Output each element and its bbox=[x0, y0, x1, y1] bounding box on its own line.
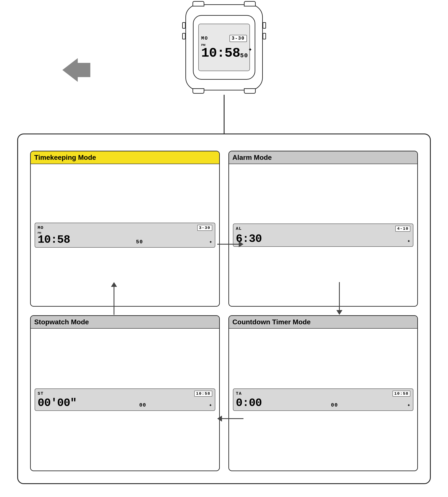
timekeeping-code: MO bbox=[38, 225, 44, 230]
countdown-mode-title: Countdown Timer Mode bbox=[229, 316, 417, 329]
watch-lug-bl bbox=[192, 88, 204, 94]
alarm-compass: ✦ bbox=[407, 239, 410, 243]
timekeeping-mode-title: Timekeeping Mode bbox=[31, 151, 219, 164]
stopwatch-mode-display: ST 10:58 00'00" 00 ✦ bbox=[31, 329, 219, 471]
arrow-countdown-to-stopwatch bbox=[217, 416, 243, 422]
countdown-seconds: 00 bbox=[331, 402, 338, 408]
countdown-compass: ✦ bbox=[407, 403, 410, 408]
arrow-stopwatch-to-timekeeping bbox=[111, 282, 117, 315]
watch-connector-line bbox=[224, 95, 224, 136]
input-arrow bbox=[62, 58, 90, 82]
arrow-timekeeping-to-alarm bbox=[217, 241, 243, 247]
watch-body: MO 3-30 PM 10:58 50 ✦ bbox=[185, 4, 263, 90]
watch-diagram: MO 3-30 PM 10:58 50 ✦ bbox=[179, 4, 269, 108]
watch-lug-br bbox=[244, 88, 256, 94]
watch-compass-icon: ✦ bbox=[248, 47, 252, 52]
alarm-code: AL bbox=[236, 226, 242, 231]
stopwatch-seconds: 00 bbox=[139, 402, 146, 408]
stopwatch-code: ST bbox=[38, 391, 44, 396]
timekeeping-mode-box: Timekeeping Mode MO 3-30 PM 10:58 50 ✦ bbox=[30, 151, 220, 307]
watch-screen: MO 3-30 PM 10:58 50 ✦ bbox=[198, 24, 250, 71]
watch-lug-tl bbox=[192, 1, 204, 6]
arrow-alarm-to-countdown bbox=[336, 282, 342, 315]
watch-seconds: 50 bbox=[240, 52, 248, 59]
stopwatch-time: 00'00" bbox=[38, 397, 77, 409]
alarm-mode-display: AL 4-10 6:30 ✦ bbox=[229, 164, 417, 306]
countdown-mode-display: TA 10:58 0:00 00 ✦ bbox=[229, 329, 417, 471]
timekeeping-date: 3-30 bbox=[197, 225, 212, 231]
watch-lug-tr bbox=[244, 1, 256, 6]
countdown-mode-box: Countdown Timer Mode TA 10:58 0:00 00 ✦ bbox=[228, 315, 418, 471]
countdown-screen: TA 10:58 0:00 00 ✦ bbox=[233, 389, 414, 411]
stopwatch-compass: ✦ bbox=[209, 403, 212, 408]
timekeeping-compass: ✦ bbox=[209, 240, 212, 244]
stopwatch-mode-box: Stopwatch Mode ST 10:58 00'00" 00 ✦ bbox=[30, 315, 220, 471]
watch-main-time: 10:58 bbox=[201, 47, 240, 60]
watch-mode-label: MO bbox=[201, 36, 208, 41]
stopwatch-date: 10:58 bbox=[194, 391, 212, 397]
watch-btn-right-2 bbox=[263, 33, 266, 39]
alarm-mode-title: Alarm Mode bbox=[229, 151, 417, 164]
timekeeping-screen: MO 3-30 PM 10:58 50 ✦ bbox=[35, 223, 215, 248]
timekeeping-mode-display: MO 3-30 PM 10:58 50 ✦ bbox=[31, 164, 219, 306]
stopwatch-mode-title: Stopwatch Mode bbox=[31, 316, 219, 329]
alarm-date: 4-10 bbox=[395, 226, 410, 232]
alarm-screen: AL 4-10 6:30 ✦ bbox=[233, 223, 414, 247]
countdown-code: TA bbox=[236, 391, 242, 396]
watch-date-display: 3-30 bbox=[229, 35, 247, 42]
watch-inner-ring: MO 3-30 PM 10:58 50 ✦ bbox=[193, 15, 255, 80]
timekeeping-time: 10:58 bbox=[38, 234, 70, 245]
timekeeping-seconds: 50 bbox=[136, 239, 143, 245]
countdown-date: 10:58 bbox=[393, 391, 410, 397]
watch-btn-right-1 bbox=[263, 22, 266, 29]
countdown-time: 0:00 bbox=[236, 397, 262, 409]
stopwatch-screen: ST 10:58 00'00" 00 ✦ bbox=[35, 389, 215, 411]
modes-grid: Timekeeping Mode MO 3-30 PM 10:58 50 ✦ A… bbox=[21, 142, 427, 480]
alarm-mode-box: Alarm Mode AL 4-10 6:30 ✦ bbox=[228, 151, 418, 307]
watch-btn-left-2 bbox=[182, 33, 186, 39]
watch-btn-left-1 bbox=[182, 22, 186, 29]
